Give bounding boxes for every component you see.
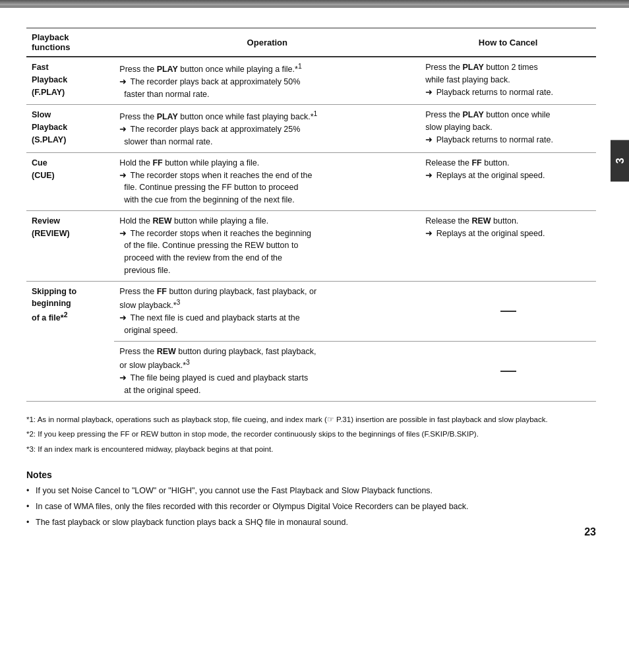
header-operation: Operation [114, 28, 420, 57]
footnote-2: *2: If you keep pressing the FF or REW b… [26, 428, 596, 440]
dash-indicator [500, 311, 516, 312]
op-cell: Press the PLAY button once while playing… [114, 57, 420, 105]
notes-title: Notes [26, 470, 596, 480]
page-content: 3 Playing Playbackfunctions Operation Ho… [0, 8, 629, 551]
dash-indicator [500, 371, 516, 372]
notes-list: If you set Noise Cancel to "LOW" or "HIG… [26, 484, 596, 529]
op-cell: Hold the FF button while playing a file.… [114, 152, 420, 210]
table-row: Skipping tobeginningof a file*2 Press th… [26, 281, 596, 341]
header-func: Playbackfunctions [26, 28, 114, 57]
side-tab: 3 Playing [611, 140, 629, 181]
footnote-3: *3: If an index mark is encountered midw… [26, 443, 596, 455]
notes-item: In case of WMA files, only the files rec… [26, 500, 596, 513]
notes-item: The fast playback or slow playback funct… [26, 516, 596, 529]
op-cell: Press the REW button during playback, fa… [114, 341, 420, 401]
op-cell: Press the PLAY button once while fast pl… [114, 105, 420, 152]
table-row: Review(REVIEW) Hold the REW button while… [26, 210, 596, 281]
func-cell: FastPlayback(F.PLAY) [26, 57, 114, 105]
op-cell: Press the FF button during playback, fas… [114, 281, 420, 341]
cancel-cell: Press the PLAY button 2 times while fast… [420, 57, 596, 105]
footnote-1: *1: As in normal playback, operations su… [26, 413, 596, 425]
operation-table: Playbackfunctions Operation How to Cance… [26, 28, 596, 402]
func-cell: Skipping tobeginningof a file*2 [26, 281, 114, 401]
table-row: Cue(CUE) Hold the FF button while playin… [26, 152, 596, 210]
cancel-cell [420, 281, 596, 341]
header-cancel: How to Cancel [420, 28, 596, 57]
cancel-cell: Release the FF button. ➜ Replays at the … [420, 152, 596, 210]
cancel-cell: Release the REW button. ➜ Replays at the… [420, 210, 596, 281]
func-cell: Cue(CUE) [26, 152, 114, 210]
notes-section: Notes If you set Noise Cancel to "LOW" o… [26, 470, 596, 529]
func-cell: SlowPlayback(S.PLAY) [26, 105, 114, 152]
cancel-cell: Press the PLAY button once while slow pl… [420, 105, 596, 152]
table-row: SlowPlayback(S.PLAY) Press the PLAY butt… [26, 105, 596, 152]
op-cell: Hold the REW button while playing a file… [114, 210, 420, 281]
chapter-number: 3 [614, 158, 626, 164]
footnotes: *1: As in normal playback, operations su… [26, 413, 596, 455]
func-cell: Review(REVIEW) [26, 210, 114, 281]
cancel-cell [420, 341, 596, 401]
table-header-row: Playbackfunctions Operation How to Cance… [26, 28, 596, 57]
page-number: 23 [584, 526, 596, 538]
table-row: FastPlayback(F.PLAY) Press the PLAY butt… [26, 57, 596, 105]
notes-item: If you set Noise Cancel to "LOW" or "HIG… [26, 484, 596, 497]
